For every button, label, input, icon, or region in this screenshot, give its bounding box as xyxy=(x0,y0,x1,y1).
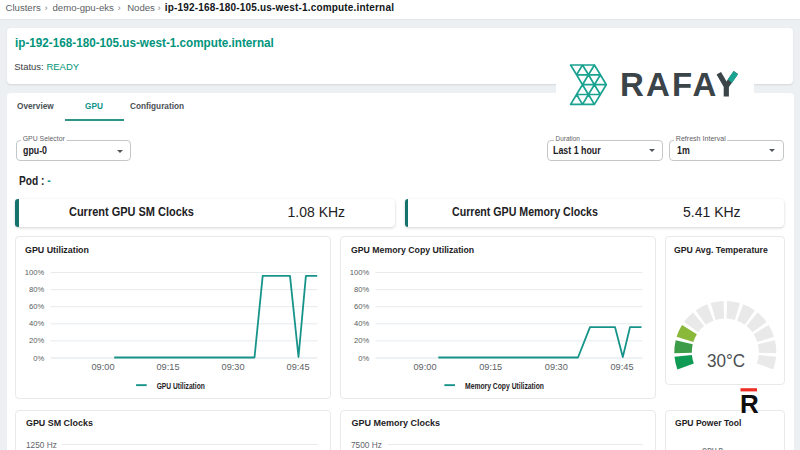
svg-text:60%: 60% xyxy=(29,302,44,311)
svg-text:09:15: 09:15 xyxy=(479,361,502,371)
svg-text:20%: 20% xyxy=(29,336,44,345)
svg-text:20%: 20% xyxy=(354,336,369,345)
svg-text:09:00: 09:00 xyxy=(414,361,437,371)
svg-text:09:30: 09:30 xyxy=(545,361,568,371)
svg-text:R: R xyxy=(740,389,759,417)
svg-text:09:30: 09:30 xyxy=(221,361,244,371)
svg-text:100%: 100% xyxy=(350,268,370,277)
svg-text:60%: 60% xyxy=(354,302,369,311)
svg-text:40%: 40% xyxy=(29,319,44,328)
svg-text:09:00: 09:00 xyxy=(91,361,114,371)
svg-text:30°C: 30°C xyxy=(706,351,744,371)
svg-text:GPU Utilization: GPU Utilization xyxy=(156,380,204,390)
svg-text:0%: 0% xyxy=(33,353,44,362)
svg-text:40%: 40% xyxy=(354,319,369,328)
svg-text:100%: 100% xyxy=(24,268,44,277)
svg-text:80%: 80% xyxy=(29,285,44,294)
svg-text:0%: 0% xyxy=(358,353,369,362)
svg-text:09:45: 09:45 xyxy=(286,361,309,371)
svg-text:RAFA: RAFA xyxy=(620,66,719,103)
svg-text:09:15: 09:15 xyxy=(156,361,179,371)
svg-text:80%: 80% xyxy=(354,285,369,294)
svg-text:09:45: 09:45 xyxy=(611,361,634,371)
svg-text:Memory Copy Utilization: Memory Copy Utilization xyxy=(465,380,544,390)
